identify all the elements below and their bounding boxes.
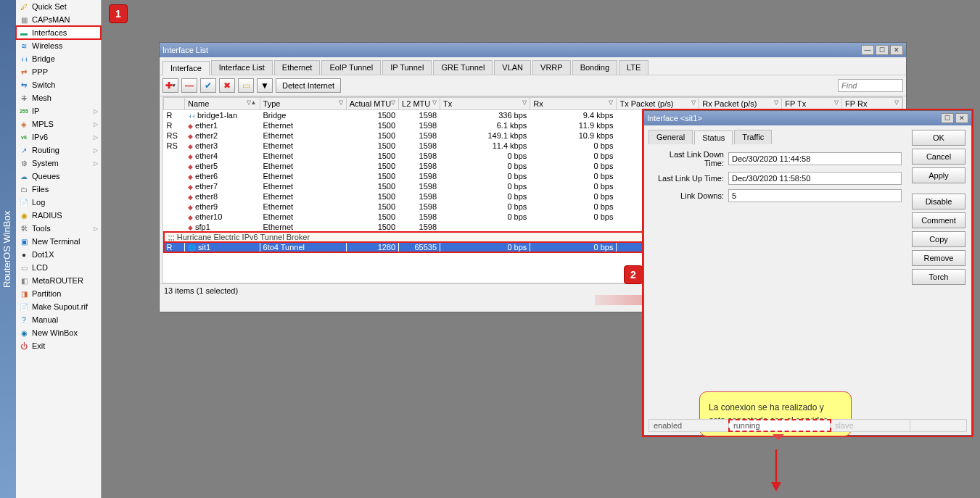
tab-status[interactable]: Status <box>694 130 733 145</box>
ok-button[interactable]: OK <box>912 130 965 146</box>
sidebar-item-label: IP <box>32 107 39 115</box>
sidebar-item-files[interactable]: 🗀Files <box>16 183 101 196</box>
menu-icon: ↗ <box>19 145 29 155</box>
sidebar-item-label: Partition <box>32 289 61 298</box>
sidebar-item-tools[interactable]: 🛠Tools▷ <box>16 222 101 235</box>
tab-ethernet[interactable]: Ethernet <box>274 60 321 75</box>
apply-button[interactable]: Apply <box>912 167 965 183</box>
window-title: Interface <sit1> <box>647 114 702 123</box>
menu-icon: ☁ <box>19 171 29 181</box>
sidebar-item-ppp[interactable]: ⇄PPP <box>16 65 101 78</box>
maximize-button[interactable]: ☐ <box>876 45 889 55</box>
sidebar-item-lcd[interactable]: ▭LCD <box>16 261 101 274</box>
sidebar-item-label: Log <box>32 198 45 207</box>
tab-general[interactable]: General <box>648 130 693 144</box>
tab-ip-tunnel[interactable]: IP Tunnel <box>382 60 432 75</box>
column-header[interactable]: L2 MTU ▽ <box>399 98 440 110</box>
disable-button[interactable]: Disable <box>912 194 965 209</box>
comment-button[interactable]: Comment <box>912 212 965 228</box>
torch-button[interactable]: Torch <box>912 269 965 285</box>
titlebar[interactable]: Interface List — ☐ ✕ <box>160 43 906 57</box>
sidebar-item-new-terminal[interactable]: ▣New Terminal <box>16 235 101 248</box>
field-value: 5 <box>728 189 902 202</box>
menu-icon: ⇆ <box>19 80 29 90</box>
column-header[interactable]: Name ▲ ▽ <box>184 98 260 110</box>
sidebar-item-switch[interactable]: ⇆Switch <box>16 78 101 91</box>
chevron-right-icon: ▷ <box>94 147 98 154</box>
tab-eoip-tunnel[interactable]: EoIP Tunnel <box>321 60 381 75</box>
sidebar-item-mpls[interactable]: ◈MPLS▷ <box>16 117 101 130</box>
tab-lte[interactable]: LTE <box>619 60 648 75</box>
window-title: Interface List <box>162 46 208 54</box>
column-header[interactable]: FP Tx ▽ <box>782 98 842 110</box>
remove-button[interactable]: Remove <box>912 250 965 266</box>
copy-button[interactable]: Copy <box>912 231 965 247</box>
sidebar-item-routing[interactable]: ↗Routing▷ <box>16 144 101 157</box>
close-button[interactable]: ✕ <box>890 45 903 55</box>
sidebar-item-dot1x[interactable]: ●Dot1X <box>16 248 101 261</box>
remove-button[interactable]: — <box>181 78 197 93</box>
minimize-button[interactable]: — <box>861 45 874 55</box>
app-title-bar: RouterOS WinBox <box>0 0 16 498</box>
chevron-right-icon: ▷ <box>94 225 98 232</box>
tabs: InterfaceInterface ListEthernetEoIP Tunn… <box>160 57 906 75</box>
add-button[interactable]: ✚▾ <box>162 78 178 93</box>
sidebar-item-interfaces[interactable]: ▬Interfaces <box>16 26 101 39</box>
sidebar-item-partition[interactable]: ◨Partition <box>16 287 101 300</box>
sidebar-item-radius[interactable]: ◉RADIUS <box>16 209 101 222</box>
tab-vlan[interactable]: VLAN <box>494 60 531 75</box>
sidebar-item-make-supout.rif[interactable]: 📄Make Supout.rif <box>16 300 101 313</box>
cancel-button[interactable]: Cancel <box>912 149 965 165</box>
sidebar-item-wireless[interactable]: ≋Wireless <box>16 39 101 52</box>
find-input[interactable] <box>838 79 903 92</box>
column-header[interactable]: Actual MTU ▽ <box>346 98 398 110</box>
disable-button[interactable]: ✖ <box>219 78 235 93</box>
sidebar-item-mesh[interactable]: ⁜Mesh <box>16 91 101 104</box>
column-header[interactable]: FP Rx ▽ <box>842 98 902 110</box>
close-button[interactable]: ✕ <box>955 113 968 123</box>
sidebar-item-metarouter[interactable]: ◧MetaROUTER <box>16 274 101 287</box>
sidebar-item-ipv6[interactable]: v6IPv6▷ <box>16 130 101 144</box>
sidebar-item-log[interactable]: 📄Log <box>16 196 101 209</box>
interface-dialog: Interface <sit1> ☐ ✕ GeneralStatusTraffi… <box>643 110 972 436</box>
tab-interface[interactable]: Interface <box>162 61 210 75</box>
tab-gre-tunnel[interactable]: GRE Tunnel <box>433 60 493 75</box>
sidebar-item-capsman[interactable]: ▦CAPsMAN <box>16 13 101 26</box>
tab-interface-list[interactable]: Interface List <box>211 60 273 75</box>
filter-button[interactable]: ▼ <box>257 78 273 93</box>
sidebar-item-bridge[interactable]: ⫞⫞Bridge <box>16 52 101 65</box>
enable-button[interactable]: ✔ <box>200 78 216 93</box>
menu-icon: ⁜ <box>19 93 29 103</box>
field-value: Dec/30/2020 11:58:50 <box>728 172 902 185</box>
sidebar-item-manual[interactable]: ?Manual <box>16 313 101 326</box>
sidebar-item-system[interactable]: ⚙System▷ <box>16 157 101 170</box>
tab-traffic[interactable]: Traffic <box>734 130 772 144</box>
chevron-right-icon: ▷ <box>94 134 98 141</box>
sidebar-item-queues[interactable]: ☁Queues <box>16 170 101 183</box>
detect-internet-button[interactable]: Detect Internet <box>276 78 341 93</box>
status-cell: enabled <box>649 420 729 431</box>
maximize-button[interactable]: ☐ <box>941 113 954 123</box>
titlebar[interactable]: Interface <sit1> ☐ ✕ <box>644 111 971 125</box>
menu-icon: ▣ <box>19 236 29 246</box>
sidebar-item-exit[interactable]: ⏻Exit <box>16 339 101 352</box>
tab-bonding[interactable]: Bonding <box>572 60 617 75</box>
sidebar-item-new-winbox[interactable]: ◉New WinBox <box>16 326 101 339</box>
column-header[interactable]: Tx Packet (p/s) ▽ <box>617 98 699 110</box>
menu-icon: 255 <box>19 106 29 116</box>
column-header[interactable]: Tx ▽ <box>440 98 530 110</box>
dialog-buttons: OKCancelApplyDisableCommentCopyRemoveTor… <box>906 125 971 435</box>
column-header[interactable] <box>164 98 185 110</box>
column-header[interactable]: Rx ▽ <box>530 98 617 110</box>
menu-icon: ▬ <box>19 28 29 38</box>
comment-button[interactable]: ▭ <box>238 78 254 93</box>
tab-vrrp[interactable]: VRRP <box>532 60 571 75</box>
arrow-down-icon <box>769 449 783 493</box>
sidebar-item-ip[interactable]: 255IP▷ <box>16 104 101 117</box>
sidebar-item-label: Manual <box>32 315 58 324</box>
menu-icon: ◨ <box>19 289 29 299</box>
column-header[interactable]: Type ▽ <box>260 98 346 110</box>
column-header[interactable]: Rx Packet (p/s) ▽ <box>699 98 782 110</box>
sidebar-item-quick-set[interactable]: 🖊Quick Set <box>16 0 101 13</box>
menu-icon: ◈ <box>19 119 29 129</box>
